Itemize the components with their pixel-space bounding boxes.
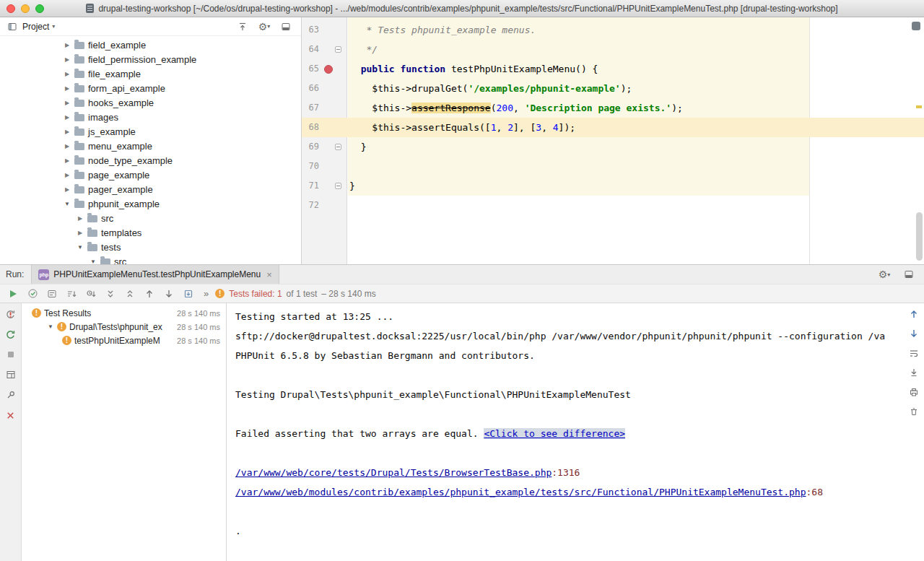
collapse-all-button[interactable] <box>236 20 249 33</box>
chevron-right-icon[interactable]: ▶ <box>64 100 71 106</box>
project-tree-item[interactable]: ▼phpunit_example <box>0 196 301 211</box>
pin-icon[interactable] <box>4 389 17 401</box>
fold-marker-icon[interactable] <box>335 46 341 53</box>
next-failed-test-button[interactable] <box>160 286 178 302</box>
editor-line[interactable]: 69 } <box>302 137 924 157</box>
chevron-right-icon[interactable]: ▶ <box>64 85 71 92</box>
scroll-to-end-icon[interactable] <box>908 367 920 378</box>
previous-failed-test-button[interactable] <box>141 286 158 302</box>
close-icon[interactable]: × <box>266 270 272 279</box>
editor-scrollbar[interactable] <box>916 212 923 261</box>
chevron-down-icon[interactable]: ▼ <box>90 258 97 265</box>
expand-all-button[interactable] <box>102 286 119 302</box>
folder-icon <box>74 157 84 165</box>
chevron-right-icon[interactable]: ▶ <box>77 230 84 236</box>
project-tree-item[interactable]: ▶form_api_example <box>0 81 301 95</box>
test-error-icon <box>32 308 41 318</box>
stacktrace-link[interactable]: /var/www/web/modules/contrib/examples/ph… <box>235 487 806 497</box>
editor-line[interactable]: 70 <box>302 157 924 176</box>
console-line <box>235 365 904 385</box>
rerun-failed-tests-icon[interactable] <box>4 308 17 320</box>
project-tree-item[interactable]: ▶file_example <box>0 66 301 81</box>
stop-icon[interactable] <box>4 349 17 360</box>
error-stripe-mark[interactable] <box>916 105 922 108</box>
editor-line[interactable]: 63 * Tests phpunit_example menus. <box>302 20 924 40</box>
sort-by-duration-button[interactable] <box>82 286 100 302</box>
project-tree-item[interactable]: ▶src <box>0 211 301 225</box>
fold-marker-icon[interactable] <box>335 183 341 189</box>
chevron-down-icon[interactable]: ▼ <box>47 323 54 330</box>
run-tab[interactable]: php PHPUnitExampleMenuTest.testPhpUnitEx… <box>31 265 279 284</box>
editor-line[interactable]: 67 $this->assertResponse(200, 'Descripti… <box>302 98 924 118</box>
console-output[interactable]: Testing started at 13:25 ...sftp://docke… <box>227 303 904 561</box>
zoom-window-button[interactable] <box>35 4 44 13</box>
chevron-down-icon[interactable]: ▼ <box>64 201 71 207</box>
soft-wrap-icon[interactable] <box>908 347 920 359</box>
hide-passed-button[interactable] <box>24 286 41 302</box>
test-duration: 28 s 140 ms <box>177 336 220 345</box>
chevron-right-icon[interactable]: ▶ <box>64 114 71 121</box>
project-tree-item[interactable]: ▼tests <box>0 240 301 254</box>
window-title-text: drupal-testing-workshop [~/Code/os/drupa… <box>98 4 837 14</box>
close-icon[interactable] <box>4 409 17 421</box>
run-button[interactable] <box>4 286 22 302</box>
rerun-icon[interactable] <box>4 329 17 340</box>
project-tree-item[interactable]: ▶hooks_example <box>0 95 301 110</box>
project-tree-item[interactable]: ▶images <box>0 110 301 124</box>
diff-link[interactable]: <Click to see difference> <box>484 428 625 439</box>
chevron-right-icon[interactable]: ▶ <box>64 56 71 63</box>
restore-layout-icon[interactable] <box>4 369 17 380</box>
stacktrace-link[interactable]: /var/www/web/core/tests/Drupal/Tests/Bro… <box>235 467 552 478</box>
close-window-button[interactable] <box>6 4 15 13</box>
fold-marker-icon[interactable] <box>335 144 341 150</box>
failed-test-gutter-icon[interactable] <box>324 65 333 74</box>
project-tree-item[interactable]: ▶field_example <box>0 38 301 52</box>
chevron-right-icon[interactable]: ▶ <box>64 186 71 193</box>
editor[interactable]: 63 * Tests phpunit_example menus.64 */65… <box>302 17 924 264</box>
project-item-label: menu_example <box>88 141 152 152</box>
editor-line[interactable]: 71} <box>302 176 924 196</box>
editor-line[interactable]: 66 $this->drupalGet('/examples/phpunit-e… <box>302 79 924 98</box>
project-tree-item[interactable]: ▶pager_example <box>0 182 301 196</box>
chevron-right-icon[interactable]: ▶ <box>77 215 84 222</box>
project-tree-item[interactable]: ▼src <box>0 254 301 264</box>
show-ignored-button[interactable] <box>43 286 61 302</box>
clear-console-icon[interactable] <box>908 406 920 417</box>
folder-icon <box>74 56 84 64</box>
minimize-window-button[interactable] <box>21 4 30 13</box>
editor-line[interactable]: 64 */ <box>302 40 924 59</box>
project-tree-item[interactable]: ▶page_example <box>0 168 301 182</box>
project-tree-item[interactable]: ▶js_example <box>0 124 301 139</box>
test-tree-item[interactable]: Test Results28 s 140 ms <box>22 306 226 320</box>
project-panel-title[interactable]: Project ▾ <box>22 22 55 32</box>
more-toolbar-icon[interactable]: » <box>204 288 209 299</box>
hide-panel-button[interactable] <box>279 20 292 33</box>
print-icon[interactable] <box>908 386 920 398</box>
test-tree-item[interactable]: ▼Drupal\Tests\phpunit_ex28 s 140 ms <box>22 320 226 334</box>
chevron-right-icon[interactable]: ▶ <box>64 42 71 48</box>
test-tree-item[interactable]: testPhpUnitExampleM28 s 140 ms <box>22 334 226 347</box>
down-stacktrace-icon[interactable] <box>908 328 920 339</box>
editor-line[interactable]: 68 $this->assertEquals([1, 2], [3, 4]); <box>302 118 924 137</box>
run-settings-button[interactable]: ⚙ ▾ <box>878 268 891 281</box>
import-test-results-button[interactable] <box>180 286 197 302</box>
project-tree-item[interactable]: ▶field_permission_example <box>0 52 301 66</box>
project-tree-item[interactable]: ▶templates <box>0 225 301 240</box>
chevron-right-icon[interactable]: ▶ <box>64 157 71 164</box>
chevron-right-icon[interactable]: ▶ <box>64 71 71 77</box>
hide-run-panel-button[interactable] <box>902 268 915 281</box>
project-item-label: hooks_example <box>88 97 154 108</box>
editor-line[interactable]: 72 <box>302 196 924 215</box>
up-stacktrace-icon[interactable] <box>908 308 920 320</box>
collapse-all-button[interactable] <box>121 286 139 302</box>
project-tree-item[interactable]: ▶node_type_example <box>0 153 301 168</box>
chevron-down-icon[interactable]: ▼ <box>77 244 84 251</box>
chevron-right-icon[interactable]: ▶ <box>64 143 71 149</box>
chevron-right-icon[interactable]: ▶ <box>64 129 71 135</box>
settings-gear-button[interactable]: ⚙ ▾ <box>258 20 271 33</box>
editor-line[interactable]: 65 public function testPhpUnitExampleMen… <box>302 59 924 79</box>
chevron-right-icon[interactable]: ▶ <box>64 172 71 178</box>
project-tree-item[interactable]: ▶menu_example <box>0 139 301 153</box>
sort-alphabetically-button[interactable] <box>63 286 80 302</box>
inspections-widget-icon[interactable] <box>912 22 920 30</box>
